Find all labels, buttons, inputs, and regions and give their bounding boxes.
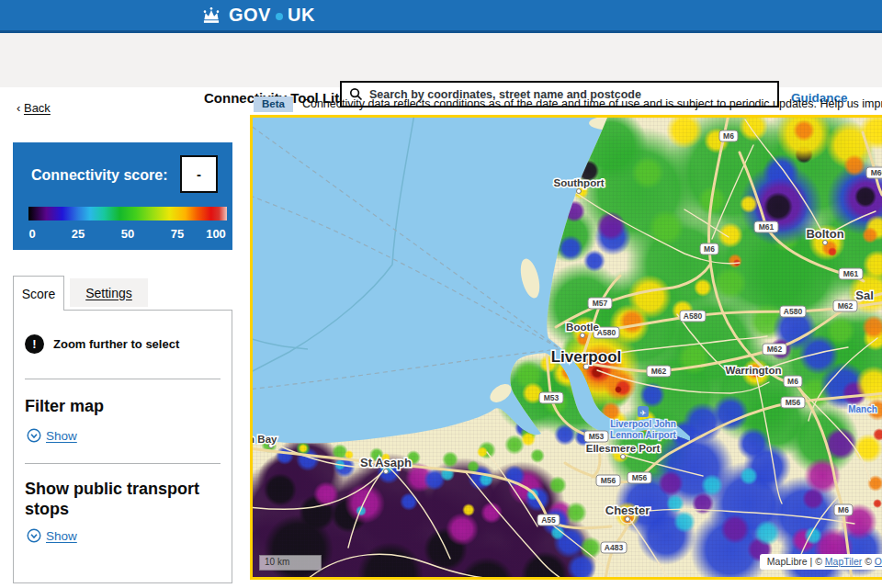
score-color-scale <box>28 207 227 220</box>
score-scale-ticks: 0 25 50 75 100 <box>28 227 227 242</box>
svg-text:M62: M62 <box>838 301 854 311</box>
airplane-icon: ✈ <box>640 409 647 417</box>
back-label: Back <box>24 101 51 115</box>
svg-text:A55: A55 <box>541 515 556 525</box>
svg-text:M57: M57 <box>593 299 608 308</box>
svg-text:M56: M56 <box>601 476 616 485</box>
alert-text: Zoom further to select <box>53 337 179 351</box>
label-bolton: Bolton <box>806 227 843 241</box>
svg-text:M62: M62 <box>767 345 783 354</box>
svg-text:A580: A580 <box>784 307 803 316</box>
beta-tag: Beta <box>254 96 293 112</box>
transport-show-link[interactable]: Show <box>27 528 77 543</box>
label-salford: Sal <box>855 288 874 302</box>
transport-show-label: Show <box>46 529 77 543</box>
label-southport: Southport <box>554 177 605 188</box>
connectivity-map[interactable]: M57 A580 A580 A580 M62 M62 M62 M53 M53 M… <box>250 115 882 580</box>
zoom-alert: ! Zoom further to select <box>25 334 179 354</box>
osm-link[interactable]: O <box>875 556 882 567</box>
divider <box>25 463 220 464</box>
chevron-down-circle-icon <box>27 528 41 543</box>
phase-banner-text: Connectivity data reflects conditions as… <box>302 97 882 110</box>
svg-text:M62: M62 <box>651 367 667 376</box>
label-bootle: Bootle <box>566 322 599 333</box>
label-manchester: Manch <box>848 404 877 414</box>
svg-text:M56: M56 <box>786 398 801 407</box>
service-header: Connectivity Tool Lite Guidance <box>0 33 882 87</box>
svg-text:M53: M53 <box>589 432 605 441</box>
svg-text:M6: M6 <box>787 377 798 386</box>
label-st-asaph: St Asaph <box>360 456 412 469</box>
tick-50: 50 <box>121 227 134 241</box>
label-liverpool: Liverpool <box>551 348 622 366</box>
logo-gov: GOV <box>229 5 271 26</box>
govuk-logo[interactable]: GOV UK <box>200 5 315 26</box>
transport-heading: Show public transport stops <box>25 479 218 519</box>
svg-text:A580: A580 <box>684 311 703 321</box>
tick-100: 100 <box>206 227 226 241</box>
crown-icon <box>200 6 222 25</box>
svg-text:M6: M6 <box>838 505 849 514</box>
tab-settings[interactable]: Settings <box>70 278 148 307</box>
alert-icon: ! <box>25 334 44 354</box>
filter-map-heading: Filter map <box>25 396 218 416</box>
tab-score[interactable]: Score <box>13 276 64 311</box>
score-label: Connectivity score: <box>31 167 167 184</box>
svg-text:M56: M56 <box>632 473 648 482</box>
svg-text:A580: A580 <box>597 328 616 337</box>
scale-label: 10 km <box>265 557 289 567</box>
label-ellesmere-port: Ellesmere Port <box>586 443 661 454</box>
tick-75: 75 <box>171 227 184 241</box>
label-chester: Chester <box>605 503 650 517</box>
maptiler-link[interactable]: MapTiler <box>825 556 862 567</box>
tab-settings-label: Settings <box>85 286 132 300</box>
attribution-prefix: MapLibre | © <box>767 556 825 567</box>
connectivity-score-panel: Connectivity score: - 0 25 50 75 100 <box>13 142 232 250</box>
label-colwyn-bay: olwyn Bay <box>253 434 277 445</box>
score-value-box: - <box>180 155 218 193</box>
airport-label-line1: Liverpool John <box>610 419 676 429</box>
tick-25: 25 <box>72 227 85 241</box>
tick-0: 0 <box>28 227 35 241</box>
back-chevron-icon: ‹ <box>17 101 20 115</box>
filter-show-link[interactable]: Show <box>27 428 77 443</box>
attribution-mid: © <box>862 556 875 567</box>
svg-text:M6: M6 <box>723 131 734 141</box>
phase-banner: Beta Connectivity data reflects conditio… <box>254 95 882 113</box>
score-tab-panel: ! Zoom further to select Filter map Show… <box>13 310 232 583</box>
phase-message: Connectivity data reflects conditions as… <box>302 97 882 110</box>
logo-dot-icon <box>276 13 283 20</box>
svg-text:M61: M61 <box>843 269 859 278</box>
svg-text:M61: M61 <box>759 222 775 232</box>
back-link[interactable]: ‹ Back <box>17 101 51 115</box>
svg-text:A483: A483 <box>605 543 624 552</box>
svg-text:M66: M66 <box>871 168 882 177</box>
label-warrington: Warrington <box>726 365 782 376</box>
map-canvas[interactable]: M57 A580 A580 A580 M62 M62 M62 M53 M53 M… <box>253 118 882 577</box>
map-attribution: MapLibre | © MapTiler © O <box>760 554 882 570</box>
airport-label-line2: Lennon Airport <box>610 430 677 440</box>
svg-text:M53: M53 <box>544 393 560 402</box>
divider <box>25 379 220 379</box>
govuk-header-bar: GOV UK <box>0 0 882 33</box>
logo-uk: UK <box>288 5 315 26</box>
tab-score-label: Score <box>22 287 56 301</box>
svg-text:M6: M6 <box>704 244 715 254</box>
map-scale-bar: 10 km <box>259 555 322 571</box>
filter-show-label: Show <box>46 429 77 443</box>
chevron-down-circle-icon <box>27 428 41 443</box>
